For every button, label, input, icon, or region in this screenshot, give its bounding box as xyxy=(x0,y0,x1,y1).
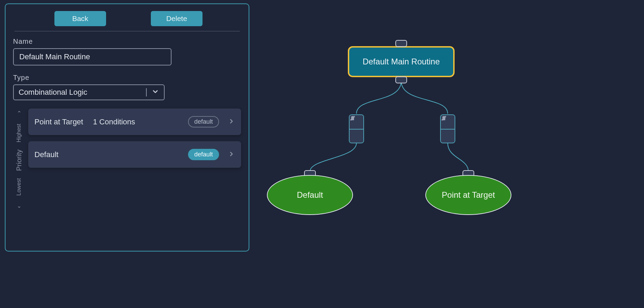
editor-panel: Back Delete Name Type Combinational Logi… xyxy=(5,3,249,251)
leaf-node-label: Point at Target xyxy=(442,190,495,200)
leaf-node[interactable]: Default xyxy=(267,175,353,215)
priority-list: Point at Target 1 Conditions default Def… xyxy=(28,109,241,212)
type-label: Type xyxy=(13,74,241,82)
delete-edge-button[interactable] xyxy=(350,129,363,143)
root-node[interactable]: Default Main Routine xyxy=(348,46,455,77)
name-field-group: Name xyxy=(13,38,241,65)
edge-tools xyxy=(440,114,455,143)
priority-axis-label: Priority xyxy=(15,150,23,171)
select-divider xyxy=(146,88,147,96)
back-button[interactable]: Back xyxy=(54,11,106,26)
priority-item[interactable]: Default default xyxy=(28,141,241,168)
delete-button[interactable]: Delete xyxy=(151,11,202,26)
priority-item-name: Default xyxy=(34,150,93,159)
type-select-value: Combinational Logic xyxy=(19,88,146,97)
priority-item-conditions: 1 Conditions xyxy=(93,117,188,126)
panel-button-row: Back Delete xyxy=(13,11,241,26)
arrow-up-icon: ⌃ xyxy=(17,110,21,116)
priority-area: ⌃ Highest Priority Lowest ⌄ Point at Tar… xyxy=(13,109,241,212)
name-input[interactable] xyxy=(13,48,172,65)
priority-lowest-label: Lowest xyxy=(16,178,22,196)
delete-edge-button[interactable] xyxy=(441,129,455,143)
leaf-node-label: Default xyxy=(297,190,323,200)
priority-rail: ⌃ Highest Priority Lowest ⌄ xyxy=(13,109,25,212)
arrow-down-icon: ⌄ xyxy=(17,203,21,209)
leaf-node[interactable]: Point at Target xyxy=(425,175,511,215)
chevron-right-icon xyxy=(228,118,235,126)
edge-tools xyxy=(349,114,364,143)
priority-item-name: Point at Target xyxy=(34,117,93,126)
chevron-right-icon xyxy=(228,151,235,159)
type-select[interactable]: Combinational Logic xyxy=(13,84,165,100)
node-port[interactable] xyxy=(395,76,407,83)
type-field-group: Type Combinational Logic xyxy=(13,74,241,100)
priority-item[interactable]: Point at Target 1 Conditions default xyxy=(28,109,241,135)
chevron-down-icon xyxy=(152,88,159,97)
behavior-graph[interactable]: Default Main Routine Default Point at Ta… xyxy=(262,34,537,227)
node-port[interactable] xyxy=(395,40,407,47)
name-label: Name xyxy=(13,38,241,45)
root-node-label: Default Main Routine xyxy=(363,57,440,66)
priority-highest-label: Highest xyxy=(16,124,22,142)
default-badge: default xyxy=(188,149,219,160)
panel-divider xyxy=(14,31,240,31)
default-badge: default xyxy=(188,116,219,127)
